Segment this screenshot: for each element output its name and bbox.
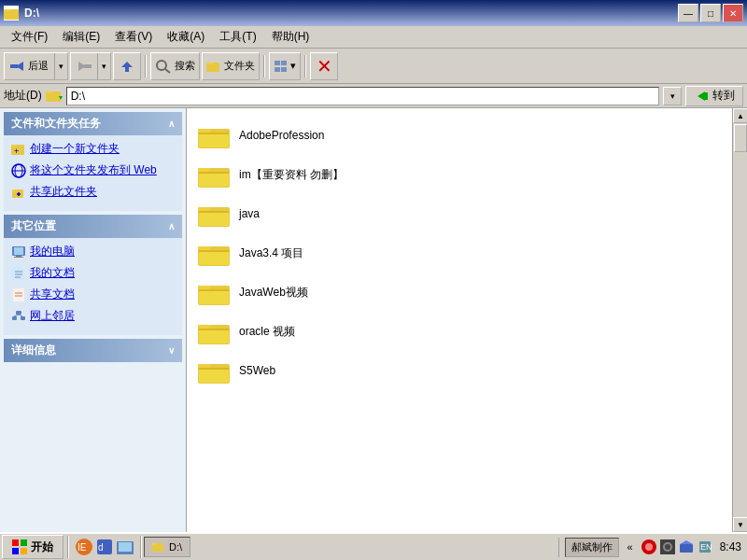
up-button[interactable] bbox=[113, 52, 141, 80]
svg-rect-12 bbox=[275, 61, 280, 65]
file-tasks-body: + 创建一个新文件夹 将这个文件夹发布到 Web bbox=[4, 135, 182, 211]
quick-launch-2[interactable]: d bbox=[95, 538, 114, 556]
svg-marker-18 bbox=[698, 91, 705, 101]
go-button[interactable]: 转到 bbox=[685, 86, 743, 106]
quick-launch-3[interactable] bbox=[116, 538, 134, 556]
back-dropdown[interactable]: ▾ bbox=[54, 53, 67, 79]
tray-icon-1[interactable]: « bbox=[623, 539, 638, 554]
menu-item[interactable]: 帮助(H) bbox=[264, 27, 317, 47]
title-buttons: — □ ✕ bbox=[678, 4, 743, 22]
quick-launch-1[interactable]: IE bbox=[75, 538, 93, 556]
network-link[interactable]: 网上邻居 bbox=[11, 308, 175, 324]
left-panel: 文件和文件夹任务 ∧ + 创建一个新文件夹 bbox=[0, 108, 187, 532]
folder-item[interactable]: im【重要资料 勿删】 bbox=[194, 155, 725, 194]
svg-rect-38 bbox=[21, 316, 25, 320]
svg-rect-3 bbox=[10, 64, 18, 68]
other-places-section: 其它位置 ∧ 我的电脑 bbox=[4, 215, 182, 335]
clock: 8:43 bbox=[716, 540, 741, 553]
scroll-thumb[interactable] bbox=[734, 124, 747, 152]
folder-item[interactable]: java bbox=[194, 194, 725, 233]
my-computer-link[interactable]: 我的电脑 bbox=[11, 244, 175, 259]
create-folder-link[interactable]: + 创建一个新文件夹 bbox=[11, 141, 175, 157]
svg-rect-14 bbox=[275, 67, 280, 72]
svg-rect-48 bbox=[199, 173, 229, 187]
toolbar-sep-3 bbox=[304, 55, 306, 77]
folders-button[interactable]: 文件夹 bbox=[202, 52, 260, 80]
scroll-down-button[interactable]: ▼ bbox=[733, 517, 747, 532]
address-dropdown[interactable]: ▾ bbox=[663, 87, 682, 105]
menu-item[interactable]: 工具(T) bbox=[212, 27, 263, 47]
other-places-header[interactable]: 其它位置 ∧ bbox=[4, 215, 182, 238]
svg-rect-64 bbox=[199, 329, 229, 343]
folder-item[interactable]: Java3.4 项目 bbox=[194, 233, 725, 273]
folder-name: JavaWeb视频 bbox=[239, 285, 308, 301]
back-button[interactable]: 后退 bbox=[5, 53, 54, 79]
back-button-group[interactable]: 后退 ▾ bbox=[4, 52, 68, 80]
views-button[interactable]: ▾ bbox=[269, 52, 301, 80]
tray-icon-3[interactable] bbox=[660, 539, 675, 554]
close-button[interactable]: ✕ bbox=[723, 4, 743, 22]
svg-rect-79 bbox=[680, 544, 693, 553]
scroll-up-button[interactable]: ▲ bbox=[733, 108, 747, 123]
menu-bar: 文件(F)编辑(E)查看(V)收藏(A)工具(T)帮助(H) bbox=[0, 26, 747, 49]
svg-rect-60 bbox=[199, 290, 229, 304]
details-header[interactable]: 详细信息 ∨ bbox=[4, 339, 182, 362]
svg-rect-37 bbox=[12, 316, 17, 320]
my-docs-link[interactable]: 我的文档 bbox=[11, 265, 175, 281]
scrollbar: ▲ ▼ bbox=[732, 108, 747, 532]
file-tasks-header[interactable]: 文件和文件夹任务 ∧ bbox=[4, 112, 182, 135]
svg-text:d: d bbox=[98, 542, 104, 553]
svg-rect-65 bbox=[199, 329, 229, 330]
shared-docs-link[interactable]: 共享文档 bbox=[11, 287, 175, 302]
folder-item[interactable]: S5Web bbox=[194, 351, 725, 390]
svg-point-8 bbox=[157, 61, 166, 70]
tray-icon-2[interactable] bbox=[641, 539, 656, 554]
folder-name: Java3.4 项目 bbox=[239, 245, 303, 261]
forward-button[interactable] bbox=[71, 53, 97, 79]
svg-text:+: + bbox=[14, 147, 19, 156]
menu-item[interactable]: 查看(V) bbox=[107, 27, 160, 47]
minimize-button[interactable]: — bbox=[678, 4, 698, 22]
tray-text: 郝斌制作 bbox=[565, 538, 619, 557]
forward-button-group[interactable]: ▾ bbox=[70, 52, 111, 80]
svg-rect-19 bbox=[705, 92, 708, 100]
menu-item[interactable]: 收藏(A) bbox=[160, 27, 212, 47]
maximize-button[interactable]: □ bbox=[700, 4, 721, 22]
menu-item[interactable]: 编辑(E) bbox=[55, 27, 107, 47]
svg-rect-68 bbox=[199, 369, 229, 383]
svg-rect-49 bbox=[199, 172, 229, 174]
svg-line-9 bbox=[165, 69, 170, 73]
svg-marker-80 bbox=[680, 540, 693, 544]
svg-text:EN: EN bbox=[700, 542, 712, 552]
folder-name: java bbox=[239, 207, 260, 220]
address-folder-icon bbox=[46, 88, 63, 105]
forward-dropdown[interactable]: ▾ bbox=[97, 53, 110, 79]
delete-button[interactable]: ✕ bbox=[310, 52, 338, 80]
address-bar: 地址(D) ▾ 转到 bbox=[0, 84, 747, 108]
active-window-task[interactable]: D:\ bbox=[144, 537, 190, 557]
folder-item[interactable]: oracle 视频 bbox=[194, 312, 725, 351]
folder-item[interactable]: JavaWeb视频 bbox=[194, 273, 725, 312]
folder-name: AdobeProfession bbox=[239, 129, 324, 142]
tray-icon-5[interactable]: EN bbox=[698, 539, 712, 554]
menu-item[interactable]: 文件(F) bbox=[4, 27, 55, 47]
tray-icon-4[interactable] bbox=[679, 539, 694, 554]
other-places-body: 我的电脑 我的文档 bbox=[4, 238, 182, 335]
main-area: 文件和文件夹任务 ∧ + 创建一个新文件夹 bbox=[0, 108, 747, 532]
publish-web-link[interactable]: 将这个文件夹发布到 Web bbox=[11, 162, 175, 178]
address-input[interactable] bbox=[66, 87, 659, 105]
svg-line-40 bbox=[14, 315, 19, 316]
svg-rect-5 bbox=[84, 64, 92, 68]
share-folder-link[interactable]: 共享此文件夹 bbox=[11, 184, 175, 200]
other-places-arrow: ∧ bbox=[168, 221, 175, 231]
svg-rect-75 bbox=[119, 542, 132, 552]
svg-rect-45 bbox=[199, 133, 229, 134]
svg-rect-7 bbox=[125, 67, 129, 72]
start-button[interactable]: 开始 bbox=[2, 535, 63, 559]
svg-rect-69 bbox=[199, 368, 229, 370]
folder-name: im【重要资料 勿删】 bbox=[239, 167, 344, 183]
search-button[interactable]: 搜索 bbox=[150, 52, 200, 80]
file-list[interactable]: AdobeProfession im【重要资料 勿删】 java bbox=[187, 108, 732, 532]
taskbar: 开始 IE d D:\ 郝斌制作 « bbox=[0, 532, 747, 560]
folder-item[interactable]: AdobeProfession bbox=[194, 116, 725, 155]
